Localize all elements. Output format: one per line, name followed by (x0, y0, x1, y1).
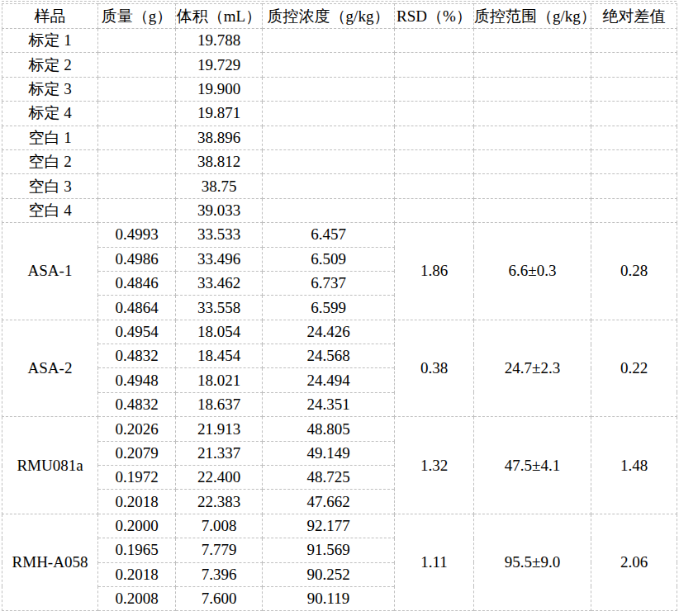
volume-cell: 33.558 (176, 296, 263, 320)
qc-concentration-cell: 49.149 (263, 441, 395, 465)
qc-range-cell (474, 198, 591, 222)
table-row: RMU081a0.202621.91348.8051.3247.5±4.11.4… (2, 417, 677, 441)
table-row: 空白 138.896 (2, 126, 677, 149)
rsd-cell (395, 29, 474, 53)
absolute-difference-cell (591, 149, 677, 173)
column-header-qc-concentration: 质控浓度（g/kg） (263, 4, 395, 29)
table-row: ASA-10.499333.5336.4571.866.6±0.30.28 (2, 223, 677, 247)
sample-cell: 标定 1 (2, 29, 98, 53)
qc-concentration-cell: 91.569 (263, 538, 395, 562)
mass-cell (98, 29, 176, 53)
mass-cell (98, 126, 176, 149)
qc-range-cell (474, 149, 591, 173)
qc-table-container: 样品 质量（g） 体积（mL） 质控浓度（g/kg） RSD（%） 质控范围（g… (2, 1, 677, 611)
mass-cell: 0.2018 (98, 490, 176, 514)
sample-cell: 空白 2 (2, 149, 98, 173)
table-row: RMH-A0580.20007.00892.1771.1195.5±9.02.0… (2, 514, 677, 538)
sample-cell: 空白 1 (2, 126, 98, 149)
absolute-difference-cell (591, 198, 677, 222)
rsd-cell (395, 53, 474, 77)
qc-concentration-cell: 6.599 (263, 296, 395, 320)
volume-cell: 19.788 (176, 29, 263, 53)
mass-cell: 0.2079 (98, 441, 176, 465)
rsd-cell (395, 174, 474, 198)
rsd-cell: 0.38 (395, 320, 474, 417)
rsd-cell: 1.32 (395, 417, 474, 514)
mass-cell: 0.1965 (98, 538, 176, 562)
absolute-difference-cell: 0.22 (591, 320, 677, 417)
mass-cell: 0.4954 (98, 320, 176, 344)
mass-cell: 0.4846 (98, 271, 176, 295)
qc-concentration-cell (263, 102, 395, 126)
mass-cell: 0.4948 (98, 368, 176, 392)
absolute-difference-cell (591, 53, 677, 77)
qc-concentration-cell: 24.568 (263, 344, 395, 368)
mass-cell: 0.4864 (98, 296, 176, 320)
mass-cell (98, 102, 176, 126)
qc-concentration-cell: 92.177 (263, 514, 395, 538)
volume-cell: 18.054 (176, 320, 263, 344)
column-header-qc-range: 质控范围（g/kg） (474, 4, 591, 29)
absolute-difference-cell: 0.28 (591, 223, 677, 320)
mass-cell: 0.2000 (98, 514, 176, 538)
volume-cell: 18.637 (176, 392, 263, 416)
volume-cell: 7.008 (176, 514, 263, 538)
volume-cell: 22.383 (176, 490, 263, 514)
qc-range-cell (474, 102, 591, 126)
qc-range-cell (474, 77, 591, 101)
qc-concentration-cell: 24.426 (263, 320, 395, 344)
header-row: 样品 质量（g） 体积（mL） 质控浓度（g/kg） RSD（%） 质控范围（g… (2, 4, 677, 29)
rsd-cell (395, 77, 474, 101)
table-row: 标定 419.871 (2, 102, 677, 126)
volume-cell: 18.021 (176, 368, 263, 392)
column-header-mass: 质量（g） (98, 4, 176, 29)
qc-concentration-cell: 47.662 (263, 490, 395, 514)
sample-cell: 标定 4 (2, 102, 98, 126)
mass-cell: 0.1972 (98, 466, 176, 490)
table-row: 标定 319.900 (2, 77, 677, 101)
mass-cell: 0.2008 (98, 586, 176, 610)
sample-cell: 空白 4 (2, 198, 98, 222)
mass-cell (98, 53, 176, 77)
qc-concentration-cell: 6.457 (263, 223, 395, 247)
mass-cell: 0.2018 (98, 562, 176, 586)
table-row: 空白 439.033 (2, 198, 677, 222)
qc-concentration-cell: 90.119 (263, 586, 395, 610)
sample-cell: RMU081a (2, 417, 98, 514)
absolute-difference-cell (591, 174, 677, 198)
sample-cell: RMH-A058 (2, 514, 98, 611)
absolute-difference-cell: 1.48 (591, 417, 677, 514)
mass-cell: 0.2026 (98, 417, 176, 441)
qc-concentration-cell (263, 53, 395, 77)
mass-cell: 0.4986 (98, 247, 176, 271)
table-row: 空白 338.75 (2, 174, 677, 198)
qc-concentration-cell: 24.494 (263, 368, 395, 392)
sample-cell: ASA-1 (2, 223, 98, 320)
volume-cell: 33.496 (176, 247, 263, 271)
qc-concentration-cell (263, 77, 395, 101)
volume-cell: 33.533 (176, 223, 263, 247)
volume-cell: 19.871 (176, 102, 263, 126)
volume-cell: 19.729 (176, 53, 263, 77)
absolute-difference-cell (591, 77, 677, 101)
volume-cell: 21.913 (176, 417, 263, 441)
mass-cell (98, 77, 176, 101)
column-header-absolute-difference: 绝对差值 (591, 4, 677, 29)
volume-cell: 7.396 (176, 562, 263, 586)
rsd-cell (395, 198, 474, 222)
qc-concentration-cell (263, 126, 395, 149)
mass-cell (98, 198, 176, 222)
volume-cell: 38.896 (176, 126, 263, 149)
column-header-volume: 体积（mL） (176, 4, 263, 29)
volume-cell: 38.812 (176, 149, 263, 173)
rsd-cell (395, 102, 474, 126)
qc-concentration-cell: 6.509 (263, 247, 395, 271)
mass-cell (98, 174, 176, 198)
table-row: ASA-20.495418.05424.4260.3824.7±2.30.22 (2, 320, 677, 344)
volume-cell: 7.600 (176, 586, 263, 610)
rsd-cell: 1.86 (395, 223, 474, 320)
table-row: 标定 119.788 (2, 29, 677, 53)
volume-cell: 21.337 (176, 441, 263, 465)
qc-concentration-cell: 6.737 (263, 271, 395, 295)
volume-cell: 7.779 (176, 538, 263, 562)
